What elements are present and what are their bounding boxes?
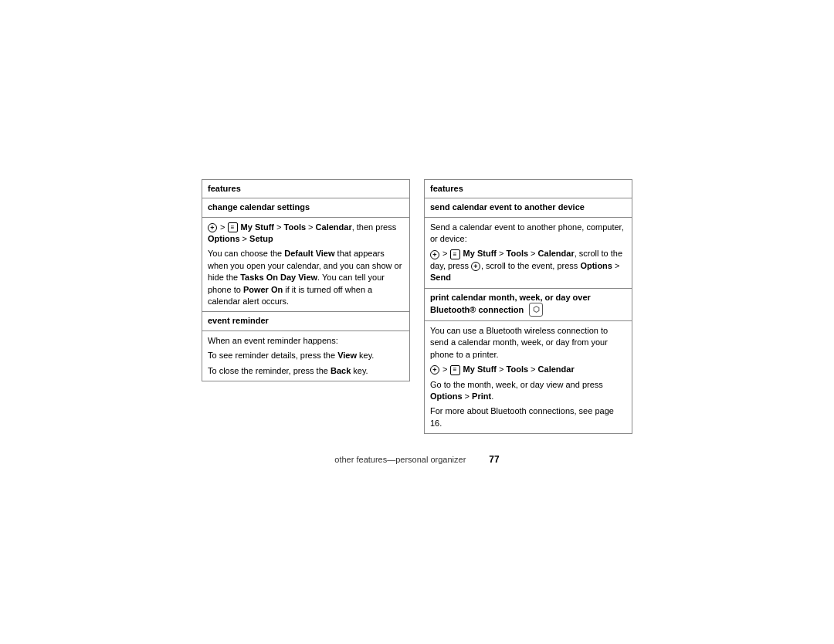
left-section-2-content: When an event reminder happens: To see r… [202, 330, 410, 381]
page-container: features change calendar settings > My S… [0, 0, 834, 644]
right-table-header: features [425, 179, 632, 198]
right-feature-table: features send calendar event to another … [424, 179, 632, 434]
left-section-2-title: event reminder [202, 312, 410, 330]
left-table-header: features [202, 179, 410, 198]
right-section-2-content: You can use a Bluetooth wireless connect… [425, 321, 632, 434]
menu-icon [228, 222, 238, 232]
left-section-1-content: > My Stuff > Tools > Calendar, then pres… [202, 217, 410, 312]
nav-icon-2 [430, 250, 439, 259]
tables-row: features change calendar settings > My S… [202, 179, 632, 434]
bluetooth-print-icon [529, 303, 543, 317]
right-section-2-title-text: print calendar month, week, or day over … [430, 293, 591, 314]
nav-icon [208, 223, 217, 232]
right-section-1-content: Send a calendar event to another phone, … [425, 217, 632, 288]
left-section-1-title: change calendar settings [202, 198, 410, 217]
footer-page-number: 77 [489, 454, 499, 465]
nav-icon-4 [430, 365, 439, 375]
left-feature-table: features change calendar settings > My S… [202, 179, 410, 381]
footer-text: other features—personal organizer [334, 455, 466, 464]
menu-icon-2 [450, 249, 460, 259]
right-section-1-title: send calendar event to another device [425, 198, 632, 217]
right-section-2-title: print calendar month, week, or day over … [425, 288, 632, 320]
nav-icon-3 [471, 262, 480, 271]
footer: other features—personal organizer 77 [334, 454, 499, 465]
menu-icon-3 [450, 365, 460, 375]
